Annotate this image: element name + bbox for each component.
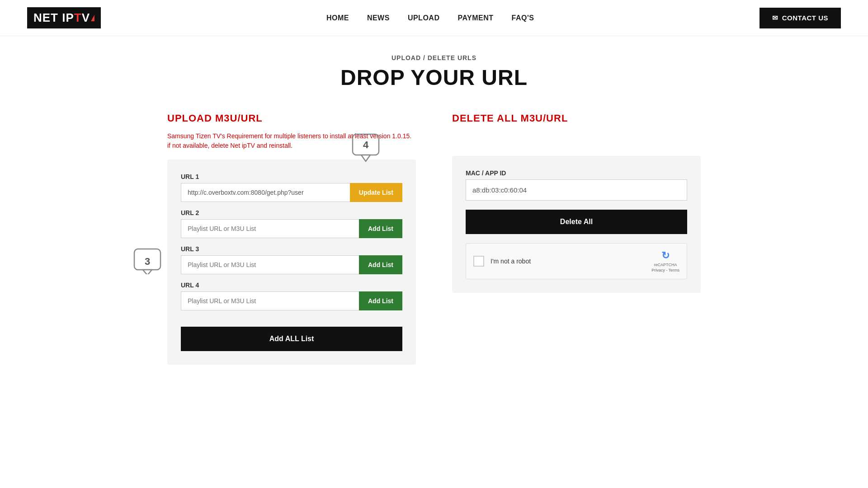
svg-text:3: 3 xyxy=(145,256,150,267)
upload-panel: UPLOAD M3U/URL Samsung Tizen TV's Requir… xyxy=(167,113,416,365)
url3-row: URL 3 Add List xyxy=(181,245,402,274)
step-4-badge: 4 xyxy=(352,133,380,168)
logo-v: T xyxy=(74,11,82,25)
main-nav: HOME NEWS UPLOAD PAYMENT FAQ'S xyxy=(326,14,534,22)
url4-label: URL 4 xyxy=(181,282,402,289)
url3-input-group: Add List xyxy=(181,255,402,274)
delete-panel: DELETE ALL M3U/URL MAC / APP ID Delete A… xyxy=(452,113,701,365)
svg-text:4: 4 xyxy=(363,139,369,150)
url4-row: URL 4 Add List xyxy=(181,282,402,310)
upload-form-wrapper: 3 4 URL 1 Update List xyxy=(167,160,416,365)
delete-form-area: MAC / APP ID Delete All I'm not a robot … xyxy=(452,156,701,293)
url4-add-button[interactable]: Add List xyxy=(359,291,402,310)
url2-add-button[interactable]: Add List xyxy=(359,219,402,238)
step-3-icon: 3 xyxy=(133,248,161,274)
url3-input[interactable] xyxy=(181,255,359,274)
recaptcha-checkbox[interactable] xyxy=(473,256,484,267)
main-content: UPLOAD M3U/URL Samsung Tizen TV's Requir… xyxy=(118,103,750,392)
mac-label: MAC / APP ID xyxy=(466,169,687,177)
add-all-button[interactable]: Add ALL List xyxy=(181,327,402,351)
logo-net: NET IP xyxy=(33,11,74,25)
recaptcha-label: I'm not a robot xyxy=(491,258,645,265)
step-3-badge: 3 xyxy=(133,248,161,276)
nav-payment[interactable]: PAYMENT xyxy=(458,14,493,22)
url1-update-button[interactable]: Update List xyxy=(350,183,402,202)
svg-marker-1 xyxy=(143,270,152,274)
url1-row: URL 1 Update List xyxy=(181,173,402,202)
nav-upload[interactable]: UPLOAD xyxy=(408,14,440,22)
svg-marker-4 xyxy=(361,155,370,161)
url3-label: URL 3 xyxy=(181,245,402,253)
page-subtitle: UPLOAD / DELETE URLS xyxy=(0,54,868,61)
envelope-icon: ✉ xyxy=(772,14,778,22)
url1-input-group: Update List xyxy=(181,183,402,202)
nav-faqs[interactable]: FAQ'S xyxy=(512,14,534,22)
url2-input-group: Add List xyxy=(181,219,402,238)
contact-us-button[interactable]: ✉ CONTACT US xyxy=(760,8,841,28)
header: NET IPTV HOME NEWS UPLOAD PAYMENT FAQ'S … xyxy=(0,0,868,36)
recaptcha-sub1: reCAPTCHA xyxy=(654,263,677,267)
mac-input[interactable] xyxy=(466,179,687,201)
logo-tv-v: V xyxy=(82,11,90,25)
delete-heading: DELETE ALL M3U/URL xyxy=(452,113,701,124)
upload-heading: UPLOAD M3U/URL xyxy=(167,113,416,124)
nav-news[interactable]: NEWS xyxy=(367,14,390,22)
recaptcha-sub2: Privacy - Terms xyxy=(651,268,679,272)
url1-label: URL 1 xyxy=(181,173,402,180)
url2-input[interactable] xyxy=(181,219,359,238)
recaptcha-icon: ↻ xyxy=(661,250,670,262)
upload-form-area: URL 1 Update List URL 2 Add List xyxy=(167,160,416,365)
logo-triangle-icon xyxy=(91,15,94,21)
url4-input[interactable] xyxy=(181,291,359,310)
url1-input[interactable] xyxy=(181,183,350,202)
delete-all-button[interactable]: Delete All xyxy=(466,210,687,234)
url4-input-group: Add List xyxy=(181,291,402,310)
page-title-area: UPLOAD / DELETE URLS DROP YOUR URL xyxy=(0,36,868,103)
url2-label: URL 2 xyxy=(181,209,402,216)
url3-add-button[interactable]: Add List xyxy=(359,255,402,274)
logo: NET IPTV xyxy=(27,7,101,28)
step-4-icon: 4 xyxy=(352,133,380,166)
page-title: DROP YOUR URL xyxy=(0,65,868,90)
nav-home[interactable]: HOME xyxy=(326,14,349,22)
recaptcha-box: I'm not a robot ↻ reCAPTCHA Privacy - Te… xyxy=(466,243,687,279)
url2-row: URL 2 Add List xyxy=(181,209,402,238)
recaptcha-logo: ↻ reCAPTCHA Privacy - Terms xyxy=(651,250,679,272)
